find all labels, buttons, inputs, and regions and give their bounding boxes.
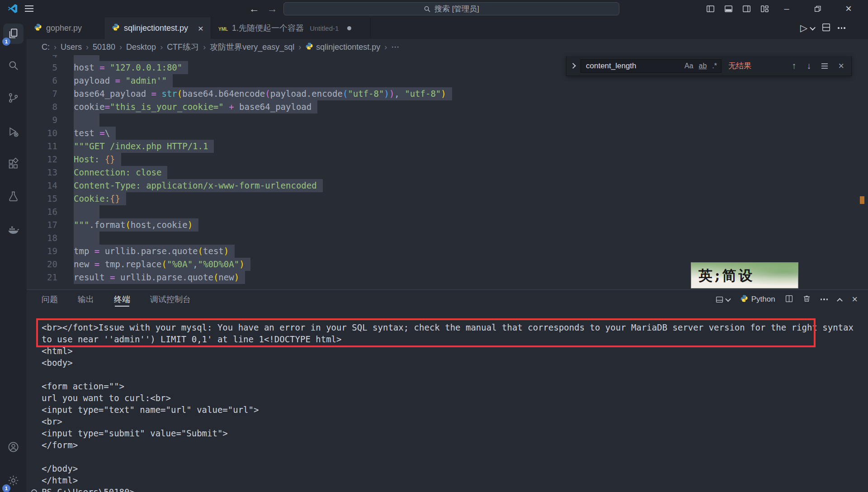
python-file-icon xyxy=(112,23,120,33)
account-icon xyxy=(7,441,19,453)
line-number: 15 xyxy=(38,192,57,205)
activity-item-explorer[interactable]: 1 xyxy=(0,23,27,44)
kill-terminal-button[interactable] xyxy=(803,295,811,304)
code-line-13[interactable]: 13Connection: close xyxy=(27,166,868,179)
terminal-instance-label[interactable]: Python xyxy=(740,294,775,305)
command-center-search[interactable]: 搜索 [管理员] xyxy=(283,2,619,15)
menu-icon[interactable] xyxy=(24,5,34,13)
activity-item-testing[interactable] xyxy=(0,185,27,207)
maximize-panel-icon[interactable] xyxy=(837,298,843,303)
run-dropdown-icon[interactable] xyxy=(810,24,816,30)
tab-strip: gopher.pysqlinjectiontest.py×YML1.先随便起一个… xyxy=(27,17,868,39)
overview-ruler-marker xyxy=(860,196,864,204)
terminal-line: url you want to curl:<br> xyxy=(42,392,854,404)
breadcrumb-item[interactable]: CTF练习 xyxy=(167,42,199,52)
tab-gopher.py[interactable]: gopher.py xyxy=(27,17,104,39)
customize-layout-icon[interactable] xyxy=(756,0,773,17)
code-line-12[interactable]: 12Host: {} xyxy=(27,153,868,166)
activity-item-account[interactable] xyxy=(0,436,27,458)
toggle-secondary-sidebar-icon[interactable] xyxy=(738,0,755,17)
line-number: 12 xyxy=(38,153,57,166)
nav-forward-icon[interactable]: → xyxy=(265,1,279,16)
code-line-8[interactable]: 8cookie="this_is_your_cookie=" + base64_… xyxy=(27,100,868,114)
breadcrumb-item[interactable]: ⋯ xyxy=(391,42,399,52)
yaml-file-icon: YML xyxy=(218,24,228,33)
terminal-line: <input type="submit" value="Submit"> xyxy=(42,427,854,439)
panel-tab-问题[interactable]: 问题 xyxy=(42,290,58,309)
line-number: 10 xyxy=(38,127,57,140)
activity-item-settings[interactable]: 1 xyxy=(0,469,27,491)
find-next-icon[interactable]: ↓ xyxy=(807,61,811,71)
python-icon xyxy=(740,294,748,305)
toggle-replace-icon[interactable] xyxy=(570,63,576,69)
command-decoration-icon[interactable] xyxy=(31,489,37,492)
tab-1.先随便起一个容器[interactable]: YML1.先随便起一个容器Untitled-1 xyxy=(211,17,371,39)
split-terminal-button[interactable] xyxy=(785,295,793,304)
tab-sqlinjectiontest.py[interactable]: sqlinjectiontest.py× xyxy=(104,17,211,39)
find-input[interactable]: content_length Aa ab .* xyxy=(580,59,722,73)
code-line-14[interactable]: 14Content-Type: application/x-www-form-u… xyxy=(27,179,868,192)
find-previous-icon[interactable]: ↑ xyxy=(792,61,796,71)
settings-badge: 1 xyxy=(2,484,10,492)
close-find-icon[interactable]: × xyxy=(838,61,844,71)
terminal-line: </html> xyxy=(42,474,854,486)
activity-item-source-control[interactable] xyxy=(0,87,27,109)
source-control-icon xyxy=(7,92,19,104)
code-line-18[interactable]: 18 xyxy=(27,232,868,245)
panel-tab-输出[interactable]: 输出 xyxy=(78,290,94,309)
code-line-7[interactable]: 7base64_payload = str(base64.b64encode(p… xyxy=(27,87,868,100)
toggle-sidebar-icon[interactable] xyxy=(702,0,719,17)
close-tab-icon[interactable]: × xyxy=(198,24,203,33)
extensions-icon xyxy=(7,158,19,170)
find-widget: content_length Aa ab .* 无结果 ↑ ↓ × xyxy=(566,56,852,76)
code-line-6[interactable]: 6payload = "admin'" xyxy=(27,74,868,87)
nav-back-icon[interactable]: ← xyxy=(247,1,261,16)
terminal-output[interactable]: <br></font>Issue with your mysql: You ha… xyxy=(42,322,854,492)
breadcrumb-item[interactable]: C: xyxy=(42,43,50,52)
panel-more-actions-button[interactable] xyxy=(821,298,828,300)
terminal-line: </body> xyxy=(42,463,854,474)
modified-dot-icon[interactable] xyxy=(347,26,351,30)
breadcrumb-separator: › xyxy=(160,43,163,52)
search-placeholder: 搜索 [管理员] xyxy=(434,4,479,14)
run-button[interactable]: ▷ xyxy=(800,23,815,33)
breadcrumb-item[interactable]: Desktop xyxy=(126,43,156,52)
toggle-panel-icon[interactable] xyxy=(720,0,737,17)
activity-item-extensions[interactable] xyxy=(0,153,27,175)
breadcrumb-item[interactable]: Users xyxy=(61,43,82,52)
regex-toggle[interactable]: .* xyxy=(712,62,717,70)
find-in-selection-icon[interactable] xyxy=(821,66,828,66)
breadcrumb-item[interactable]: 50180 xyxy=(93,43,115,52)
close-panel-button[interactable]: × xyxy=(852,294,858,304)
terminal-line: to use near ''admin'') LIMIT 0,1' at lin… xyxy=(42,333,854,345)
code-line-16[interactable]: 16 xyxy=(27,205,868,218)
activity-item-search[interactable] xyxy=(0,54,27,76)
code-editor[interactable]: 4 5host = "127.0.0.1:80"6payload = "admi… xyxy=(27,55,868,289)
editor-more-actions-button[interactable] xyxy=(838,27,845,29)
activity-item-run-debug[interactable] xyxy=(0,121,27,142)
minimize-button[interactable]: – xyxy=(778,0,795,17)
breadcrumb-item[interactable]: sqlinjectiontest.py xyxy=(305,42,380,52)
whole-word-toggle[interactable]: ab xyxy=(699,62,707,70)
launch-profile-button[interactable] xyxy=(716,296,730,303)
breadcrumb-item[interactable]: 攻防世界very_easy_sql xyxy=(210,42,294,52)
activity-item-docker[interactable] xyxy=(0,218,27,240)
find-query: content_length xyxy=(586,62,637,71)
code-line-19[interactable]: 19tmp = urllib.parse.quote(test) xyxy=(27,245,868,258)
code-line-11[interactable]: 11"""GET /index.php HTTP/1.1 xyxy=(27,140,868,153)
panel-tab-终端[interactable]: 终端 xyxy=(114,290,130,309)
close-window-button[interactable]: × xyxy=(840,0,857,17)
code-line-9[interactable]: 9 xyxy=(27,114,868,127)
code-line-10[interactable]: 10test =\ xyxy=(27,127,868,140)
breadcrumb-separator: › xyxy=(203,43,206,52)
panel-tab-调试控制台[interactable]: 调试控制台 xyxy=(150,290,191,309)
match-case-toggle[interactable]: Aa xyxy=(684,62,693,70)
editor-actions: ▷ xyxy=(800,17,868,39)
line-number: 14 xyxy=(38,179,57,192)
code-line-15[interactable]: 15Cookie:{} xyxy=(27,192,868,205)
restore-button[interactable] xyxy=(809,0,826,17)
code-line-17[interactable]: 17""".format(host,cookie) xyxy=(27,218,868,232)
watermark-text: 英;简设 xyxy=(698,266,755,285)
split-editor-button[interactable] xyxy=(822,23,830,33)
terminal-line xyxy=(42,369,854,380)
